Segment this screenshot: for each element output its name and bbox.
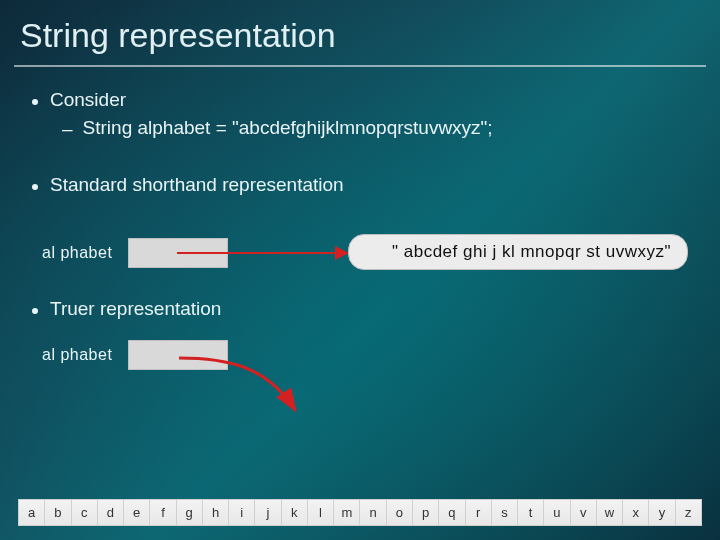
shorthand-diagram: al phabet " abcdef ghi j kl mnopqr st uv… [32,226,688,290]
string-value-pill: " abcdef ghi j kl mnopqr st uvwxyz" [348,234,688,270]
char-cell: t [518,500,544,525]
bullet-standard: Standard shorthand representation [32,174,688,196]
slide-body: Consider – String alphabet = "abcdefghij… [0,67,720,430]
variable-box [128,340,228,370]
char-cell: w [597,500,623,525]
char-cell: b [45,500,71,525]
bullet-dot-icon [32,308,38,314]
bullet-consider: Consider [32,89,688,111]
bullet-dot-icon [32,99,38,105]
char-cell: y [649,500,675,525]
char-cell: h [203,500,229,525]
bullet-text: Truer representation [50,298,221,320]
variable-label: al phabet [42,346,112,364]
bullet-dot-icon [32,184,38,190]
char-cell: p [413,500,439,525]
char-cell: q [439,500,465,525]
char-cell: f [150,500,176,525]
char-cell: e [124,500,150,525]
char-cell: k [282,500,308,525]
char-array: abcdefghijklmnopqrstuvwxyz [18,499,702,526]
char-cell: l [308,500,334,525]
char-cell: d [98,500,124,525]
char-cell: c [72,500,98,525]
slide-title: String representation [0,0,720,63]
subbullet-code: – String alphabet = "abcdefghijklmnopqrs… [62,117,688,140]
char-cell: s [492,500,518,525]
char-cell: o [387,500,413,525]
char-cell: j [255,500,281,525]
char-cell: z [676,500,701,525]
char-cell: a [19,500,45,525]
arrow-icon [177,252,347,254]
char-cell: g [177,500,203,525]
bullet-text: Standard shorthand representation [50,174,344,196]
char-cell: m [334,500,360,525]
char-cell: u [544,500,570,525]
char-cell: i [229,500,255,525]
bullet-truer: Truer representation [32,298,688,320]
subbullet-text: String alphabet = "abcdefghijklmnopqrstu… [83,117,493,139]
char-cell: v [571,500,597,525]
truer-diagram: al phabet [32,344,688,430]
dash-icon: – [62,118,73,140]
char-cell: x [623,500,649,525]
bullet-text: Consider [50,89,126,111]
char-cell: n [360,500,386,525]
variable-label: al phabet [42,244,112,262]
char-cell: r [466,500,492,525]
